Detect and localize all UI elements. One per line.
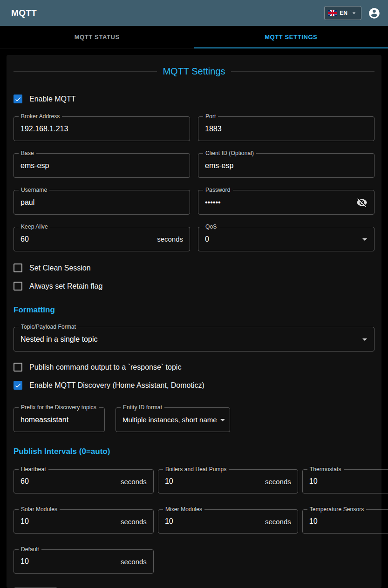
base-input[interactable]: [20, 162, 183, 170]
account-circle-icon: [368, 7, 381, 20]
account-button[interactable]: [368, 7, 381, 20]
tab-mqtt-status[interactable]: MQTT STATUS: [0, 26, 194, 48]
broker-address-field[interactable]: Broker Address: [14, 116, 190, 141]
field-label: Client ID (Optional): [203, 150, 256, 156]
language-label: EN: [340, 10, 347, 16]
tab-mqtt-settings[interactable]: MQTT SETTINGS: [194, 26, 388, 48]
password-field[interactable]: Password: [198, 190, 374, 215]
base-field[interactable]: Base: [14, 153, 190, 178]
publish-response-label: Publish command output to a `response` t…: [29, 363, 181, 372]
language-selector[interactable]: EN: [324, 6, 361, 20]
boilers-input[interactable]: [165, 477, 261, 486]
enable-mqtt-row: Enable MQTT: [14, 95, 374, 103]
default-interval-field[interactable]: Default seconds: [14, 549, 154, 574]
clean-session-row: Set Clean Session: [14, 264, 374, 272]
unit-suffix: seconds: [157, 235, 183, 243]
enable-mqtt-label: Enable MQTT: [29, 95, 76, 103]
connection-fields: Broker Address Port Base Client ID (Opti…: [14, 116, 374, 251]
dropdown-arrow-icon: [359, 334, 370, 345]
mixer-modules-input[interactable]: [165, 517, 261, 526]
page-title: MQTT Settings: [163, 66, 225, 77]
field-label: Prefix for the Discovery topics: [19, 404, 99, 411]
uk-flag-icon: [328, 10, 337, 16]
field-label: Keep Alive: [19, 223, 50, 230]
qos-value: 0: [205, 235, 359, 243]
divider: [231, 71, 374, 72]
broker-address-input[interactable]: [20, 125, 183, 133]
tab-label: MQTT SETTINGS: [265, 34, 317, 41]
heartbeat-field[interactable]: Heartbeat seconds: [14, 469, 154, 493]
unit-suffix: seconds: [121, 518, 147, 526]
password-input[interactable]: [205, 198, 356, 207]
username-input[interactable]: [20, 198, 183, 207]
username-field[interactable]: Username: [14, 190, 190, 215]
chevron-down-icon: [350, 9, 358, 17]
discovery-row-check: Enable MQTT Discovery (Home Assistant, D…: [14, 381, 374, 390]
field-label: Mixer Modules: [163, 506, 204, 513]
port-input[interactable]: [205, 125, 368, 133]
temperature-sensors-field[interactable]: Temperature Sensors seconds: [302, 509, 388, 534]
solar-modules-input[interactable]: [20, 517, 117, 526]
tab-label: MQTT STATUS: [75, 34, 120, 41]
divider: [14, 71, 157, 72]
app-title: MQTT: [11, 8, 37, 18]
topic-format-value: Nested in a single topic: [20, 335, 359, 344]
field-label: Temperature Sensors: [307, 506, 367, 513]
publish-intervals-grid: Heartbeat seconds Boilers and Heat Pumps…: [14, 469, 374, 574]
mixer-modules-field[interactable]: Mixer Modules seconds: [158, 509, 298, 534]
checkmark-icon: [14, 95, 21, 103]
active-tab-indicator: [194, 47, 388, 48]
field-label: Broker Address: [19, 113, 62, 120]
field-label: QoS: [203, 223, 219, 230]
retain-flag-row: Always set Retain flag: [14, 282, 374, 291]
client-id-input[interactable]: [205, 162, 368, 170]
eye-off-icon[interactable]: [356, 197, 368, 208]
topic-format-select[interactable]: Topic/Payload Format Nested in a single …: [14, 327, 374, 351]
field-label: Entity ID format: [121, 404, 164, 411]
publish-response-checkbox[interactable]: [14, 363, 22, 372]
client-id-field[interactable]: Client ID (Optional): [198, 153, 374, 178]
entity-id-format-value: Multiple instances, short name: [123, 416, 217, 424]
keep-alive-input[interactable]: [20, 235, 153, 243]
solar-modules-field[interactable]: Solar Modules seconds: [14, 509, 154, 534]
boilers-field[interactable]: Boilers and Heat Pumps seconds: [158, 469, 298, 493]
unit-suffix: seconds: [265, 518, 291, 526]
qos-select[interactable]: QoS 0: [198, 227, 374, 251]
formatting-heading: Formatting: [14, 305, 374, 315]
temperature-sensors-input[interactable]: [309, 517, 388, 526]
field-label: Heartbeat: [19, 466, 48, 473]
field-label: Port: [203, 113, 218, 120]
publish-response-row: Publish command output to a `response` t…: [14, 363, 374, 372]
port-field[interactable]: Port: [198, 116, 374, 141]
entity-id-format-select[interactable]: Entity ID format Multiple instances, sho…: [116, 407, 230, 432]
discovery-prefix-field[interactable]: Prefix for the Discovery topics: [14, 407, 105, 432]
field-label: Thermostats: [307, 466, 344, 473]
page-title-row: MQTT Settings: [14, 66, 374, 77]
settings-card: MQTT Settings Enable MQTT Broker Address…: [7, 55, 381, 588]
tab-bar: MQTT STATUS MQTT SETTINGS: [0, 26, 388, 48]
keep-alive-field[interactable]: Keep Alive seconds: [14, 227, 190, 251]
discovery-fields: Prefix for the Discovery topics Entity I…: [14, 407, 374, 432]
field-label: Base: [19, 150, 36, 156]
enable-mqtt-checkbox[interactable]: [14, 95, 22, 103]
retain-flag-checkbox[interactable]: [14, 282, 22, 291]
app-bar-actions: EN: [324, 6, 381, 20]
default-interval-input[interactable]: [20, 557, 117, 566]
dropdown-arrow-icon: [359, 234, 370, 245]
thermostats-field[interactable]: Thermostats seconds: [302, 469, 388, 493]
unit-suffix: seconds: [265, 478, 291, 486]
heartbeat-input[interactable]: [20, 477, 117, 486]
clean-session-checkbox[interactable]: [14, 264, 22, 272]
discovery-label: Enable MQTT Discovery (Home Assistant, D…: [29, 381, 204, 390]
unit-suffix: seconds: [121, 478, 147, 486]
discovery-prefix-input[interactable]: [20, 416, 98, 424]
thermostats-input[interactable]: [309, 477, 388, 486]
field-label: Topic/Payload Format: [19, 324, 78, 330]
dropdown-arrow-icon: [217, 414, 228, 426]
discovery-checkbox[interactable]: [14, 381, 22, 390]
field-label: Password: [203, 187, 233, 193]
field-label: Default: [19, 546, 41, 553]
unit-suffix: seconds: [121, 558, 147, 566]
app-bar: MQTT EN: [0, 0, 388, 26]
intervals-heading: Publish Intervals (0=auto): [14, 447, 374, 456]
